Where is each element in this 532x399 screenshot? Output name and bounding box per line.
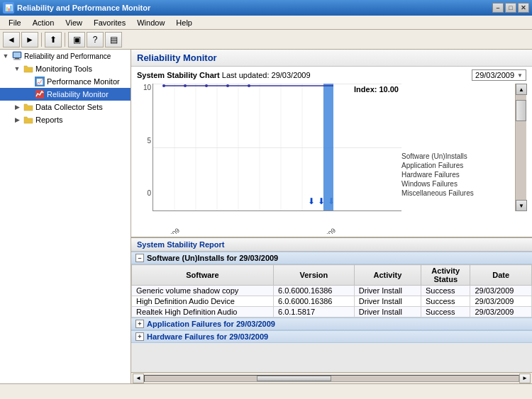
scroll-down-button[interactable]: ▼: [516, 200, 527, 211]
reliability-performance-label: Reliability and Performance: [24, 52, 111, 60]
label-software-installs: Software (Un)Installs: [401, 152, 515, 160]
chart-wrapper: 10 5 0: [137, 84, 526, 211]
chart-date-select[interactable]: 29/03/2009 ▼: [472, 69, 526, 81]
y-label-0: 0: [147, 189, 151, 197]
menu-bar: File Action View Favorites Window Help: [0, 16, 532, 30]
activity-2: Driver Install: [354, 296, 421, 307]
chart-svg: ⬇ ⬇ ⬇: [153, 84, 401, 210]
version-3: 6.0.1.5817: [274, 307, 355, 317]
date-2: 29/03/2009: [470, 296, 532, 307]
folder-icon-monitoring: [23, 63, 34, 74]
h-scroll-thumb[interactable]: [257, 376, 331, 381]
bottom-scrollbar[interactable]: ◄ ►: [131, 372, 532, 383]
status-1: Success: [421, 286, 470, 296]
software-installs-header[interactable]: – Software (Un)Installs for 29/03/2009: [131, 252, 532, 264]
status-3: Success: [421, 307, 470, 317]
chart-right-labels: Software (Un)Installs Application Failur…: [401, 84, 515, 211]
app-failures-expand-btn[interactable]: +: [135, 320, 144, 328]
computer-icon: [11, 50, 23, 62]
vertical-scrollbar[interactable]: ▲ ▼: [515, 84, 526, 211]
toolbar-separator-2: [65, 33, 65, 47]
window-title: Reliability and Performance Monitor: [17, 4, 492, 12]
x-axis-labels: 27/03/2009 29/03/2009: [137, 211, 526, 234]
minimize-button[interactable]: –: [492, 3, 504, 13]
hw-failures-expand-btn[interactable]: +: [135, 332, 144, 341]
dropdown-arrow-icon: ▼: [517, 72, 523, 79]
sidebar-item-reports[interactable]: ▶ Reports: [0, 113, 131, 126]
folder-icon-reports: [23, 114, 34, 125]
restore-button[interactable]: □: [505, 3, 516, 13]
close-button[interactable]: ✕: [518, 3, 529, 13]
menu-action[interactable]: Action: [27, 18, 60, 28]
sidebar: ▼ Reliability and Performance ▼ Monitori…: [0, 50, 131, 383]
date-1: 29/03/2009: [470, 286, 532, 296]
scroll-right-button[interactable]: ►: [519, 373, 531, 383]
scroll-track[interactable]: [516, 95, 526, 200]
content-area: Reliability Monitor System Stability Cha…: [131, 50, 532, 383]
software-installs-title: Software (Un)Installs for 29/03/2009: [147, 254, 278, 262]
software-name-3: Realtek High Definition Audio: [132, 307, 274, 317]
window-controls: – □ ✕: [492, 3, 529, 13]
col-version: Version: [274, 265, 355, 286]
up-button[interactable]: ⬆: [45, 32, 62, 47]
scroll-thumb[interactable]: [516, 100, 526, 121]
expand-reports[interactable]: ▶: [11, 116, 23, 123]
chart-body: ⬇ ⬇ ⬇: [153, 84, 401, 211]
software-expand-btn[interactable]: –: [135, 254, 144, 262]
hw-failures-title: Hardware Failures for 29/03/2009: [147, 332, 268, 341]
x-label-2: 29/03/2009: [309, 227, 337, 234]
scroll-left-button[interactable]: ◄: [133, 373, 144, 383]
expand-reliability[interactable]: ▼: [0, 52, 11, 60]
sidebar-item-data-collector-sets[interactable]: ▶ Data Collector Sets: [0, 101, 131, 113]
monitoring-tools-label: Monitoring Tools: [35, 64, 92, 73]
expand-monitoring[interactable]: ▼: [11, 65, 23, 72]
menu-favorites[interactable]: Favorites: [88, 18, 131, 28]
software-name-2: High Definition Audio Device: [132, 296, 274, 307]
col-software: Software: [132, 265, 274, 286]
table-row: Realtek High Definition Audio 6.0.1.5817…: [132, 307, 532, 317]
perf-monitor-icon: 📈: [34, 76, 45, 87]
scroll-up-button[interactable]: ▲: [516, 84, 527, 95]
svg-rect-3: [13, 52, 21, 57]
sidebar-item-monitoring-tools[interactable]: ▼ Monitoring Tools: [0, 62, 131, 75]
back-button[interactable]: ◄: [3, 32, 20, 47]
software-name-1: Generic volume shadow copy: [132, 286, 274, 296]
app-failures-section[interactable]: + Application Failures for 29/03/2009: [131, 317, 532, 330]
svg-rect-1: [15, 58, 19, 60]
sidebar-item-performance-monitor[interactable]: 📈 Performance Monitor: [0, 75, 131, 88]
expand-data-collector[interactable]: ▶: [11, 103, 23, 111]
version-1: 6.0.6000.16386: [274, 286, 355, 296]
properties-button[interactable]: ▤: [105, 32, 122, 47]
activity-3: Driver Install: [354, 307, 421, 317]
forward-button[interactable]: ►: [21, 32, 38, 47]
col-activity-status: ActivityStatus: [421, 265, 470, 286]
data-collector-label: Data Collector Sets: [35, 103, 103, 111]
y-label-10: 10: [143, 84, 151, 91]
table-row: Generic volume shadow copy 6.0.6000.1638…: [132, 286, 532, 296]
app-icon: 📊: [3, 2, 14, 13]
label-hw-failures: Hardware Failures: [401, 171, 515, 179]
menu-file[interactable]: File: [3, 18, 27, 28]
sidebar-item-reliability-monitor[interactable]: Reliability Monitor: [0, 88, 131, 101]
reliability-monitor-header: Reliability Monitor: [131, 50, 532, 67]
sidebar-item-reliability-performance[interactable]: ▼ Reliability and Performance: [0, 50, 131, 62]
title-bar: 📊 Reliability and Performance Monitor – …: [0, 0, 532, 16]
help-button[interactable]: ?: [87, 32, 104, 47]
menu-window[interactable]: Window: [131, 18, 170, 28]
hw-failures-section[interactable]: + Hardware Failures for 29/03/2009: [131, 330, 532, 343]
date-value: 29/03/2009: [475, 71, 514, 79]
report-section: System Stability Report – Software (Un)I…: [131, 237, 532, 372]
menu-help[interactable]: Help: [170, 18, 198, 28]
x-label-1: 27/03/2009: [153, 227, 181, 234]
y-axis: 10 5 0: [137, 84, 153, 211]
label-app-failures: Application Failures: [401, 162, 515, 169]
chart-section: System Stability Chart Last updated: 29/…: [131, 67, 532, 237]
rel-monitor-icon: [34, 89, 45, 100]
svg-rect-2: [13, 60, 21, 60]
show-hide-button[interactable]: ▣: [68, 32, 85, 47]
software-installs-table: Software Version Activity ActivityStatus…: [131, 264, 532, 317]
h-scroll-track[interactable]: [144, 375, 519, 382]
menu-view[interactable]: View: [60, 18, 88, 28]
svg-text:⬇: ⬇: [308, 196, 315, 206]
date-dropdown[interactable]: 29/03/2009 ▼: [472, 69, 526, 81]
